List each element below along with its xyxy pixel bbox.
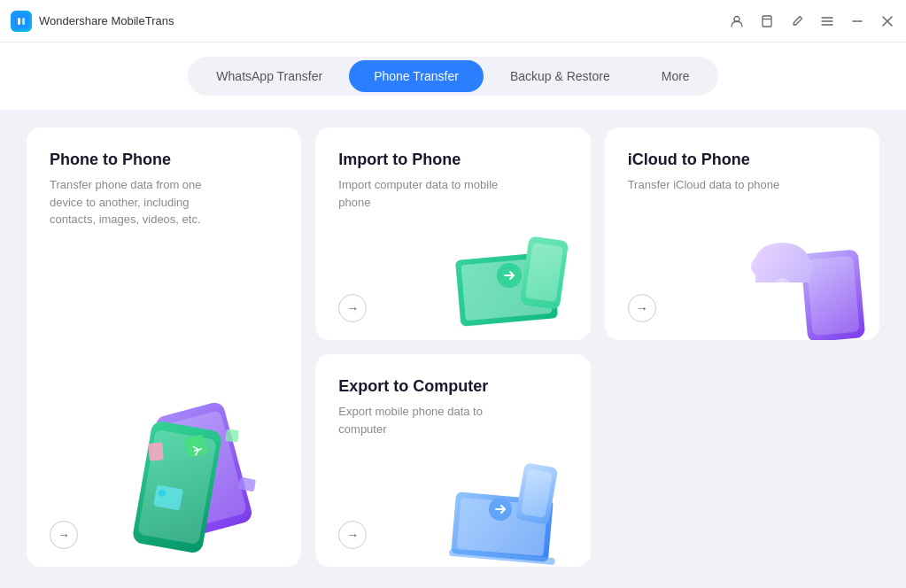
tab-whatsapp[interactable]: WhatsApp Transfer xyxy=(191,60,347,92)
card-import-arrow[interactable]: → xyxy=(338,294,367,322)
account-button[interactable] xyxy=(729,13,745,29)
svg-rect-21 xyxy=(806,256,859,336)
menu-button[interactable] xyxy=(819,13,835,29)
card-phone-to-phone-title: Phone to Phone xyxy=(50,151,278,169)
tab-phone[interactable]: Phone Transfer xyxy=(349,60,484,92)
window-controls xyxy=(729,13,895,29)
card-export-arrow[interactable]: → xyxy=(338,521,367,549)
title-bar: Wondershare MobileTrans xyxy=(0,0,906,43)
app-icon xyxy=(11,11,32,32)
card-export-desc: Export mobile phone data to computer xyxy=(338,403,498,437)
svg-rect-4 xyxy=(763,16,771,27)
card-export-to-computer[interactable]: Export to Computer Export mobile phone d… xyxy=(315,354,590,567)
svg-rect-2 xyxy=(22,18,25,25)
tab-more[interactable]: More xyxy=(637,60,715,92)
card-import-title: Import to Phone xyxy=(338,151,567,169)
card-icloud-title: iCloud to Phone xyxy=(628,151,856,169)
svg-rect-0 xyxy=(13,13,29,29)
svg-rect-1 xyxy=(18,18,20,25)
card-export-title: Export to Computer xyxy=(338,377,567,396)
export-illustration xyxy=(440,438,591,567)
minimize-button[interactable] xyxy=(849,13,865,29)
svg-rect-13 xyxy=(153,485,183,511)
title-bar-left: Wondershare MobileTrans xyxy=(11,11,174,32)
svg-rect-12 xyxy=(226,429,239,442)
nav-area: WhatsApp Transfer Phone Transfer Backup … xyxy=(0,43,906,110)
card-phone-to-phone[interactable]: Phone to Phone Transfer phone data from … xyxy=(27,128,301,567)
card-import-to-phone[interactable]: Import to Phone Import computer data to … xyxy=(315,128,590,340)
card-icloud-arrow[interactable]: → xyxy=(628,294,656,322)
card-import-desc: Import computer data to mobile phone xyxy=(338,176,498,211)
app-title: Wondershare MobileTrans xyxy=(39,14,174,27)
close-button[interactable] xyxy=(879,13,895,29)
phone-to-phone-illustration xyxy=(89,354,301,567)
icloud-illustration xyxy=(742,212,879,340)
edit-button[interactable] xyxy=(789,13,805,29)
import-illustration xyxy=(440,212,591,340)
card-icloud-to-phone[interactable]: iCloud to Phone Transfer iCloud data to … xyxy=(605,128,879,340)
card-icloud-desc: Transfer iCloud data to phone xyxy=(628,176,787,194)
bookmark-button[interactable] xyxy=(759,13,775,29)
svg-rect-10 xyxy=(148,442,164,460)
nav-tabs: WhatsApp Transfer Phone Transfer Backup … xyxy=(188,57,717,96)
card-phone-to-phone-desc: Transfer phone data from one device to a… xyxy=(50,176,209,228)
tab-backup[interactable]: Backup & Restore xyxy=(485,60,635,92)
main-content: Phone to Phone Transfer phone data from … xyxy=(0,110,906,588)
card-phone-to-phone-arrow[interactable]: → xyxy=(50,521,78,549)
